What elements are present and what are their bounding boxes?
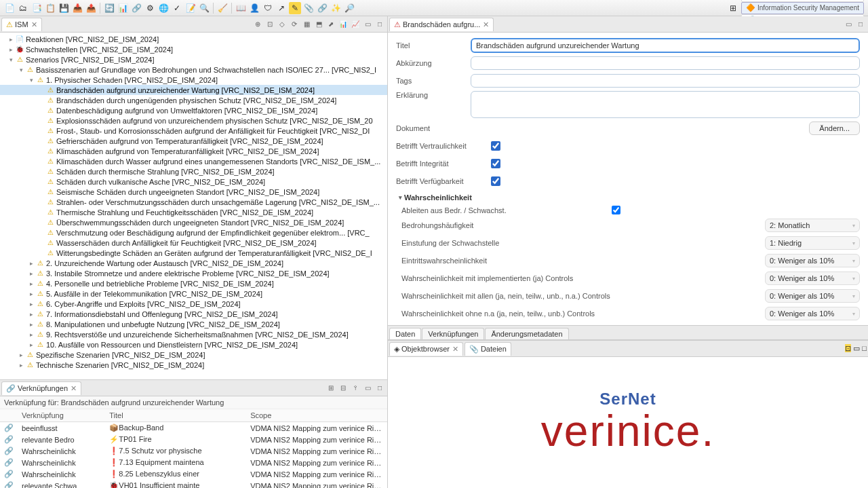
- toolbar-icon[interactable]: ↗: [275, 2, 288, 14]
- toolbar-icon[interactable]: 📖: [235, 2, 247, 14]
- aendern-button[interactable]: Ändern...: [809, 121, 860, 135]
- prob-select[interactable]: 1: Niedrig▾: [765, 236, 860, 250]
- verk-row[interactable]: 🔗Wahrscheinlichk❗7.13 Equipment maintena…: [0, 457, 387, 468]
- bottom-tab[interactable]: Daten: [389, 328, 421, 339]
- perspective-switcher-icon[interactable]: ⊞: [727, 2, 739, 14]
- tree-row[interactable]: ⚠Überschwemmungsschäden durch ungeeignet…: [0, 217, 387, 227]
- tree-action-icon[interactable]: ⊕: [252, 19, 263, 30]
- verk-row[interactable]: 🔗relevante Bedro⚡TP01 FireVDMA NIS2 Mapp…: [0, 434, 387, 445]
- prob-select[interactable]: 2: Monatlich▾: [765, 219, 860, 232]
- verk-action-icon[interactable]: ⊞: [326, 383, 336, 394]
- close-icon[interactable]: ✕: [71, 384, 77, 393]
- tree-twisty[interactable]: ▸: [17, 362, 25, 369]
- toolbar-icon[interactable]: 🧹: [216, 2, 229, 14]
- tree-row[interactable]: ⚠Wasserschäden durch Anfälligkeit für Fe…: [0, 238, 387, 248]
- tree-row[interactable]: ▸⚠Spezifische Szenarien [VRC_NIS2_DE_ISM…: [0, 350, 387, 360]
- tree-row[interactable]: ⚠Brandschäden durch ungenügenden physisc…: [0, 95, 387, 105]
- tree-action-icon[interactable]: 📊: [338, 19, 349, 30]
- search-icon[interactable]: 🔎: [343, 2, 355, 14]
- tree-twisty[interactable]: ▸: [27, 341, 35, 348]
- toolbar-icon[interactable]: 👤: [248, 2, 260, 14]
- tree-row[interactable]: ⚠Datenbeschädigung aufgrund von Umweltfa…: [0, 105, 387, 115]
- vertraulichkeit-checkbox[interactable]: [491, 141, 500, 151]
- tree-row[interactable]: ▾⚠Szenarios [VRC_NIS2_DE_ISM_2024]: [0, 54, 387, 64]
- tab-verknuepfungen[interactable]: 🔗 Verknüpfungen ✕: [1, 381, 81, 395]
- tree-row[interactable]: ▸⚠2. Unzureichende Wartung oder Austausc…: [0, 258, 387, 268]
- tree-row[interactable]: ⚠Explosionsschäden aufgrund von unzureic…: [0, 115, 387, 126]
- tree-row[interactable]: ⚠Gefrierschäden aufgrund von Temperatura…: [0, 136, 387, 146]
- minimize-icon[interactable]: ▭: [362, 383, 373, 394]
- col-header[interactable]: Scope: [246, 409, 387, 422]
- minimize-icon[interactable]: ▭: [362, 19, 373, 30]
- prob-select[interactable]: 0: Weniger als 10%▾: [765, 271, 860, 285]
- toolbar-icon[interactable]: 📝: [184, 2, 197, 14]
- erklaerung-input[interactable]: [471, 91, 860, 118]
- close-icon[interactable]: ✕: [31, 20, 37, 29]
- tree-row[interactable]: ▸📄Reaktionen [VRC_NIS2_DE_ISM_2024]: [0, 34, 387, 44]
- ob-tab[interactable]: ◈Objektbrowser✕: [389, 342, 463, 356]
- tree-twisty[interactable]: ▸: [27, 321, 35, 328]
- tags-input[interactable]: [471, 74, 860, 88]
- bottom-tab[interactable]: Verknüpfungen: [422, 328, 484, 339]
- perspective-pill[interactable]: 🔶Information Security Management: [741, 2, 864, 14]
- verk-action-icon[interactable]: ⫯: [350, 383, 361, 394]
- tree-row[interactable]: ⚠Brandschäden aufgrund unzureichender Wa…: [0, 85, 387, 95]
- tree-twisty[interactable]: ▾: [17, 67, 25, 73]
- prob-select[interactable]: 0: Weniger als 10%▾: [765, 254, 860, 267]
- tree-twisty[interactable]: ▾: [27, 77, 35, 83]
- tree-row[interactable]: ▸⚠10. Ausfälle von Ressourcen und Dienst…: [0, 339, 387, 350]
- tree-row[interactable]: ⚠Klimaschäden aufgrund von Temperaturanf…: [0, 146, 387, 156]
- editor-tab[interactable]: ⚠ Brandschäden aufgru... ✕: [389, 18, 494, 31]
- tree-twisty[interactable]: ▸: [27, 290, 35, 297]
- tree-row[interactable]: ⚠Witterungsbedingte Schäden an Geräten a…: [0, 248, 387, 258]
- tree-twisty[interactable]: ▸: [17, 352, 25, 358]
- tab-ism[interactable]: ⚠ ISM ✕: [1, 18, 42, 31]
- edit-icon[interactable]: ✎: [289, 2, 301, 14]
- toolbar-icon[interactable]: 🌐: [157, 2, 170, 14]
- tree-row[interactable]: ▸⚠7. Informationsdiebstahl und Offenlegu…: [0, 309, 387, 319]
- tree-row[interactable]: ▸⚠5. Ausfälle in der Telekommunikation […: [0, 288, 387, 299]
- toolbar-icon[interactable]: 🗂: [17, 2, 29, 14]
- tree-row[interactable]: ⚠Thermische Strahlung und Feuchtigkeitss…: [0, 207, 387, 217]
- tree-row[interactable]: ▸⚠6. Cyber-Angriffe und Exploits [VRC_NI…: [0, 299, 387, 309]
- tree-action-icon[interactable]: ▦: [301, 19, 312, 30]
- minimize-icon[interactable]: ▭: [853, 344, 860, 352]
- tree-row[interactable]: ▸🐞Schwachstellen [VRC_NIS2_DE_ISM_2024]: [0, 44, 387, 54]
- tree-twisty[interactable]: ▸: [7, 36, 15, 43]
- toolbar-icon[interactable]: 📊: [117, 2, 129, 14]
- toolbar-icon[interactable]: ✓: [171, 2, 183, 14]
- attach-icon[interactable]: 📎: [302, 2, 315, 14]
- tree-action-icon[interactable]: ⊡: [264, 19, 275, 30]
- tree-row[interactable]: ▾⚠Basisszenarien auf Grundlage von Bedro…: [0, 64, 387, 75]
- tree-twisty[interactable]: ▸: [27, 270, 35, 277]
- verk-row[interactable]: 🔗Wahrscheinlichk❗8.25 Lebenszyklus einer…: [0, 468, 387, 480]
- tree-twisty[interactable]: ▸: [27, 311, 35, 318]
- link-icon[interactable]: 🔗: [316, 2, 328, 14]
- tree-twisty[interactable]: ▾: [7, 56, 15, 63]
- ob-tab[interactable]: 📎Dateien: [465, 342, 511, 356]
- tree-action-icon[interactable]: ◇: [277, 19, 288, 30]
- titel-input[interactable]: [471, 38, 860, 53]
- maximize-icon[interactable]: □: [855, 19, 866, 30]
- verk-row[interactable]: 🔗Wahrscheinlichk❗7.5 Schutz vor physisch…: [0, 445, 387, 457]
- tree-action-icon[interactable]: ⬒: [313, 19, 324, 30]
- tree-action-icon[interactable]: ⬈: [326, 19, 336, 30]
- minimize-icon[interactable]: ▭: [843, 19, 854, 30]
- verk-row[interactable]: 🔗beeinflusst📦Backup-BandVDMA NIS2 Mappin…: [0, 422, 387, 434]
- tree-row[interactable]: ⚠Schäden durch vulkanische Asche [VRC_NI…: [0, 176, 387, 187]
- section-wahrscheinlichkeit[interactable]: ▾ Wahrscheinlichkeit: [396, 191, 860, 204]
- tree-row[interactable]: ▸⚠4. Personelle und betriebliche Problem…: [0, 278, 387, 288]
- toolbar-icon[interactable]: 📑: [31, 2, 43, 14]
- ob-action-icon[interactable]: ⊡: [845, 344, 851, 352]
- tree-row[interactable]: ▸⚠3. Instabile Stromnetze und andere ele…: [0, 268, 387, 278]
- tree-action-icon[interactable]: ⟳: [289, 19, 300, 30]
- tree-row[interactable]: ▸⚠9. Rechtsverstöße und unzureichende Si…: [0, 329, 387, 339]
- tree-row[interactable]: ⚠Klimaschäden durch Wasser aufgrund eine…: [0, 156, 387, 166]
- verfuegbarkeit-checkbox[interactable]: [491, 176, 500, 186]
- tree-twisty[interactable]: ▸: [27, 260, 35, 267]
- tree-row[interactable]: ▸⚠8. Manipulationen und unbefugte Nutzun…: [0, 319, 387, 329]
- col-header[interactable]: Titel: [105, 409, 246, 422]
- toolbar-icon[interactable]: 📥: [71, 2, 83, 14]
- wand-icon[interactable]: ✨: [330, 2, 342, 14]
- close-icon[interactable]: ✕: [483, 20, 489, 29]
